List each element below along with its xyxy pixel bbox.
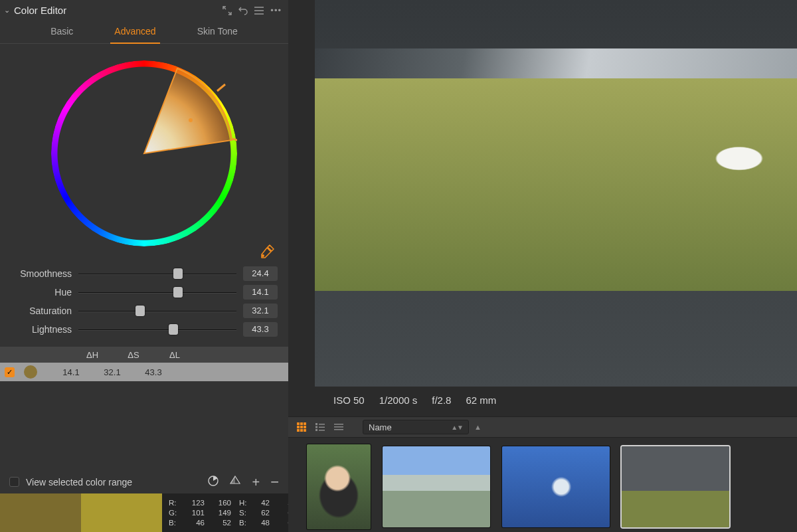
svg-rect-12 [300,429,303,432]
color-editor-panel: ⌄ Color Editor ••• Basic Advanced Skin T… [0,0,288,532]
svg-rect-8 [297,426,300,428]
svg-point-3 [262,254,264,257]
delta-checkbox[interactable]: ✓ [5,367,15,377]
remove-icon[interactable]: − [270,479,279,486]
delta-h: 14.1 [50,367,92,377]
saturation-track[interactable] [78,304,236,318]
panel-header: ⌄ Color Editor ••• [0,0,288,19]
sort-select[interactable]: Name ▲▼ [363,420,469,434]
sort-label: Name [369,422,392,432]
svg-rect-13 [304,429,306,432]
invert-icon[interactable] [229,476,241,488]
collapse-icon[interactable]: ⌄ [4,6,10,15]
preview-image[interactable] [315,0,797,387]
image-metadata: ISO 50 1/2000 s f/2.8 62 mm [315,387,797,416]
thumbnail[interactable] [502,446,610,527]
view-compact-icon[interactable] [332,422,345,432]
thumbnail[interactable] [622,446,729,527]
viewer-area: ISO 50 1/2000 s f/2.8 62 mm Name ▲▼ ▲ [288,0,797,532]
sort-direction-icon[interactable]: ▲ [474,423,482,431]
svg-rect-10 [304,426,306,428]
lightness-thumb[interactable] [169,324,178,335]
svg-line-1 [217,84,225,91]
svg-line-2 [232,139,237,141]
swatch-after[interactable] [81,493,162,532]
meta-iso: ISO 50 [333,395,365,406]
tab-basic[interactable]: Basic [46,23,77,43]
svg-rect-6 [300,422,303,425]
svg-point-0 [189,118,193,122]
svg-rect-14 [315,423,317,425]
delta-swatch[interactable] [24,365,37,379]
thumbnail[interactable] [383,446,490,527]
pie-icon[interactable] [208,476,219,488]
meta-shutter: 1/2000 s [379,395,418,406]
svg-rect-16 [315,426,317,428]
undo-icon[interactable] [238,6,248,15]
svg-rect-9 [300,426,303,428]
smoothness-track[interactable] [78,266,236,281]
more-icon[interactable]: ••• [270,5,282,15]
panel-tabs: Basic Advanced Skin Tone [0,19,288,44]
svg-rect-15 [319,424,325,425]
add-icon[interactable]: + [252,478,260,487]
svg-rect-19 [319,430,325,431]
image-viewer: ISO 50 1/2000 s f/2.8 62 mm [288,0,797,416]
svg-rect-20 [334,424,343,425]
meta-aperture: f/2.8 [432,395,451,406]
hue-track[interactable] [78,285,236,300]
svg-rect-5 [297,422,300,425]
panel-title: Color Editor [14,5,216,16]
color-wheel-selection[interactable] [51,60,237,246]
slider-smoothness: Smoothness 24.4 [11,264,278,283]
hue-value[interactable]: 14.1 [243,285,278,300]
saturation-thumb[interactable] [135,306,145,316]
expand-icon[interactable] [222,6,232,15]
tab-skin-tone[interactable]: Skin Tone [193,23,242,43]
slider-hue: Hue 14.1 [11,283,278,302]
smoothness-value[interactable]: 24.4 [243,266,278,281]
slider-saturation: Saturation 32.1 [11,302,278,320]
browser-toolbar: Name ▲▼ ▲ [288,416,797,438]
saturation-value[interactable]: 32.1 [243,304,278,318]
svg-rect-17 [319,427,325,428]
color-wheel[interactable] [0,44,288,263]
options-row: View selected color range + − [0,470,288,493]
delta-row[interactable]: ✓ 14.1 32.1 43.3 [0,363,288,381]
tab-advanced[interactable]: Advanced [110,23,159,44]
hue-thumb[interactable] [173,287,183,298]
filmstrip[interactable] [288,438,797,532]
svg-rect-21 [334,426,343,428]
swatch-before[interactable] [0,493,81,532]
view-range-checkbox[interactable] [9,477,19,487]
sliders: Smoothness 24.4 Hue 14.1 Saturation 32.1… [0,263,288,343]
view-list-icon[interactable] [313,422,327,432]
view-range-label: View selected color range [26,477,197,488]
menu-icon[interactable] [254,7,264,15]
svg-rect-11 [297,429,300,432]
meta-focal: 62 mm [466,395,496,406]
lightness-track[interactable] [78,322,236,337]
svg-rect-18 [315,429,317,431]
svg-rect-7 [304,422,306,425]
view-grid-icon[interactable] [295,422,308,432]
smoothness-thumb[interactable] [173,268,183,279]
color-readout: R:123160 H:4253 G:101149 S:6267 B:4652 B… [162,493,303,532]
thumbnail[interactable] [307,444,371,529]
updown-icon: ▲▼ [451,424,463,431]
lightness-value[interactable]: 43.3 [243,322,278,337]
swatch-row: R:123160 H:4253 G:101149 S:6267 B:4652 B… [0,493,288,532]
delta-s: 32.1 [92,367,133,377]
delta-l: 43.3 [133,367,174,377]
slider-lightness: Lightness 43.3 [11,320,278,339]
color-picker-icon[interactable] [260,244,275,260]
delta-header: ΔH ΔS ΔL [0,347,288,363]
svg-rect-22 [334,429,343,430]
